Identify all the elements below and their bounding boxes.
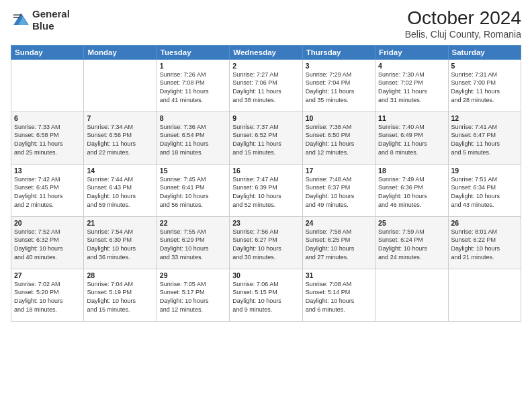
calendar-cell: 17Sunrise: 7:48 AM Sunset: 6:37 PM Dayli…	[302, 164, 375, 216]
day-info: Sunrise: 7:36 AM Sunset: 6:54 PM Dayligh…	[160, 123, 226, 156]
day-number: 27	[14, 271, 81, 279]
day-info: Sunrise: 7:08 AM Sunset: 5:14 PM Dayligh…	[306, 280, 372, 314]
day-number: 21	[87, 219, 153, 227]
day-number: 13	[14, 167, 81, 175]
calendar-cell: 10Sunrise: 7:38 AM Sunset: 6:50 PM Dayli…	[302, 111, 375, 164]
calendar-cell: 8Sunrise: 7:36 AM Sunset: 6:54 PM Daylig…	[157, 111, 229, 164]
calendar-cell: 15Sunrise: 7:45 AM Sunset: 6:41 PM Dayli…	[157, 164, 229, 216]
title-block: October 2024 Belis, Cluj County, Romania	[405, 8, 521, 40]
day-number: 5	[451, 62, 518, 70]
calendar-cell	[448, 269, 521, 321]
day-number: 4	[378, 62, 445, 70]
logo-icon	[11, 11, 30, 30]
calendar-cell: 9Sunrise: 7:37 AM Sunset: 6:52 PM Daylig…	[230, 111, 302, 164]
day-info: Sunrise: 7:42 AM Sunset: 6:45 PM Dayligh…	[14, 175, 81, 209]
day-number: 30	[232, 271, 299, 279]
calendar-cell: 20Sunrise: 7:52 AM Sunset: 6:32 PM Dayli…	[11, 216, 84, 269]
day-number: 22	[160, 219, 226, 227]
day-number: 6	[14, 114, 81, 122]
day-number: 18	[378, 167, 445, 175]
day-info: Sunrise: 7:33 AM Sunset: 6:58 PM Dayligh…	[14, 123, 81, 156]
day-info: Sunrise: 7:41 AM Sunset: 6:47 PM Dayligh…	[451, 123, 518, 156]
day-number: 19	[451, 167, 518, 175]
day-number: 31	[306, 271, 372, 279]
main-title: October 2024	[405, 8, 521, 29]
logo-text: General Blue	[32, 8, 70, 32]
subtitle: Belis, Cluj County, Romania	[405, 29, 521, 40]
svg-rect-2	[13, 15, 22, 15]
day-info: Sunrise: 7:52 AM Sunset: 6:32 PM Dayligh…	[14, 228, 81, 261]
day-number: 24	[306, 219, 372, 227]
day-info: Sunrise: 7:06 AM Sunset: 5:15 PM Dayligh…	[232, 280, 299, 314]
day-info: Sunrise: 7:04 AM Sunset: 5:19 PM Dayligh…	[87, 280, 153, 314]
weekday-header: Sunday	[11, 45, 84, 59]
day-number: 28	[87, 271, 153, 279]
day-info: Sunrise: 7:48 AM Sunset: 6:37 PM Dayligh…	[306, 175, 372, 209]
day-info: Sunrise: 7:37 AM Sunset: 6:52 PM Dayligh…	[232, 123, 299, 156]
header-row: SundayMondayTuesdayWednesdayThursdayFrid…	[11, 45, 521, 59]
calendar-cell: 16Sunrise: 7:47 AM Sunset: 6:39 PM Dayli…	[230, 164, 302, 216]
calendar-cell: 21Sunrise: 7:54 AM Sunset: 6:30 PM Dayli…	[84, 216, 157, 269]
calendar-cell: 28Sunrise: 7:04 AM Sunset: 5:19 PM Dayli…	[84, 269, 157, 321]
calendar-cell	[11, 59, 84, 111]
day-info: Sunrise: 7:27 AM Sunset: 7:06 PM Dayligh…	[232, 71, 299, 104]
calendar-cell: 26Sunrise: 8:01 AM Sunset: 6:22 PM Dayli…	[448, 216, 521, 269]
calendar-cell: 24Sunrise: 7:58 AM Sunset: 6:25 PM Dayli…	[302, 216, 375, 269]
calendar-cell: 3Sunrise: 7:29 AM Sunset: 7:04 PM Daylig…	[302, 59, 375, 111]
day-info: Sunrise: 7:40 AM Sunset: 6:49 PM Dayligh…	[378, 123, 445, 156]
calendar-cell: 4Sunrise: 7:30 AM Sunset: 7:02 PM Daylig…	[375, 59, 448, 111]
day-info: Sunrise: 8:01 AM Sunset: 6:22 PM Dayligh…	[451, 228, 518, 261]
weekday-header: Friday	[375, 45, 448, 59]
day-number: 8	[160, 114, 226, 122]
calendar-week-row: 27Sunrise: 7:02 AM Sunset: 5:20 PM Dayli…	[11, 269, 521, 321]
day-number: 1	[160, 62, 226, 70]
day-number: 3	[306, 62, 372, 70]
day-info: Sunrise: 7:49 AM Sunset: 6:36 PM Dayligh…	[378, 175, 445, 209]
day-number: 17	[306, 167, 372, 175]
calendar-cell: 6Sunrise: 7:33 AM Sunset: 6:58 PM Daylig…	[11, 111, 84, 164]
day-number: 9	[232, 114, 299, 122]
day-info: Sunrise: 7:29 AM Sunset: 7:04 PM Dayligh…	[306, 71, 372, 104]
page: General Blue October 2024 Belis, Cluj Co…	[0, 0, 532, 411]
calendar-cell: 18Sunrise: 7:49 AM Sunset: 6:36 PM Dayli…	[375, 164, 448, 216]
calendar-cell: 31Sunrise: 7:08 AM Sunset: 5:14 PM Dayli…	[302, 269, 375, 321]
day-number: 14	[87, 167, 153, 175]
day-info: Sunrise: 7:54 AM Sunset: 6:30 PM Dayligh…	[87, 228, 153, 261]
calendar-cell	[375, 269, 448, 321]
day-info: Sunrise: 7:31 AM Sunset: 7:00 PM Dayligh…	[451, 71, 518, 104]
weekday-header: Tuesday	[157, 45, 229, 59]
day-info: Sunrise: 7:02 AM Sunset: 5:20 PM Dayligh…	[14, 280, 81, 314]
svg-rect-3	[13, 17, 20, 17]
calendar-cell: 1Sunrise: 7:26 AM Sunset: 7:08 PM Daylig…	[157, 59, 229, 111]
day-number: 12	[451, 114, 518, 122]
day-info: Sunrise: 7:05 AM Sunset: 5:17 PM Dayligh…	[160, 280, 226, 314]
day-number: 20	[14, 219, 81, 227]
calendar-cell	[84, 59, 157, 111]
day-info: Sunrise: 7:58 AM Sunset: 6:25 PM Dayligh…	[306, 228, 372, 261]
day-info: Sunrise: 7:45 AM Sunset: 6:41 PM Dayligh…	[160, 175, 226, 209]
calendar-week-row: 13Sunrise: 7:42 AM Sunset: 6:45 PM Dayli…	[11, 164, 521, 216]
weekday-header: Wednesday	[230, 45, 302, 59]
day-info: Sunrise: 7:26 AM Sunset: 7:08 PM Dayligh…	[160, 71, 226, 104]
day-info: Sunrise: 7:59 AM Sunset: 6:24 PM Dayligh…	[378, 228, 445, 261]
day-info: Sunrise: 7:55 AM Sunset: 6:29 PM Dayligh…	[160, 228, 226, 261]
calendar-week-row: 20Sunrise: 7:52 AM Sunset: 6:32 PM Dayli…	[11, 216, 521, 269]
header: General Blue October 2024 Belis, Cluj Co…	[11, 8, 521, 40]
calendar-cell: 12Sunrise: 7:41 AM Sunset: 6:47 PM Dayli…	[448, 111, 521, 164]
day-info: Sunrise: 7:47 AM Sunset: 6:39 PM Dayligh…	[232, 175, 299, 209]
calendar-cell: 19Sunrise: 7:51 AM Sunset: 6:34 PM Dayli…	[448, 164, 521, 216]
weekday-header: Saturday	[448, 45, 521, 59]
day-number: 29	[160, 271, 226, 279]
weekday-header: Monday	[84, 45, 157, 59]
day-info: Sunrise: 7:51 AM Sunset: 6:34 PM Dayligh…	[451, 175, 518, 209]
calendar-cell: 30Sunrise: 7:06 AM Sunset: 5:15 PM Dayli…	[230, 269, 302, 321]
day-info: Sunrise: 7:34 AM Sunset: 6:56 PM Dayligh…	[87, 123, 153, 156]
day-number: 23	[232, 219, 299, 227]
day-number: 16	[232, 167, 299, 175]
day-info: Sunrise: 7:56 AM Sunset: 6:27 PM Dayligh…	[232, 228, 299, 261]
weekday-header: Thursday	[302, 45, 375, 59]
calendar-cell: 23Sunrise: 7:56 AM Sunset: 6:27 PM Dayli…	[230, 216, 302, 269]
calendar-cell: 25Sunrise: 7:59 AM Sunset: 6:24 PM Dayli…	[375, 216, 448, 269]
calendar-cell: 2Sunrise: 7:27 AM Sunset: 7:06 PM Daylig…	[230, 59, 302, 111]
day-number: 26	[451, 219, 518, 227]
